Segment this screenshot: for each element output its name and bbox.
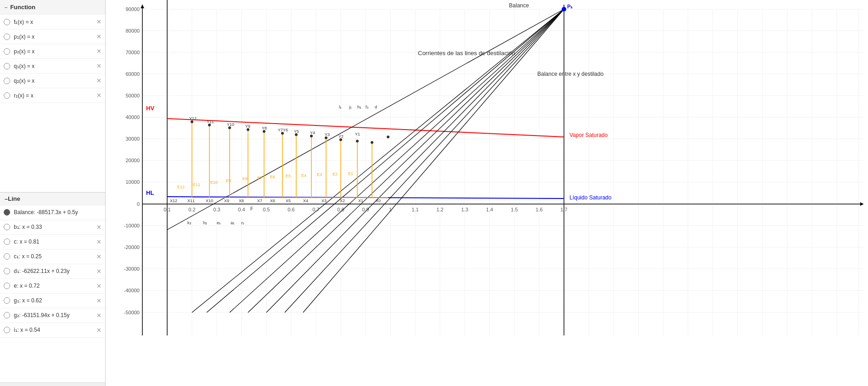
close-q1[interactable]: ✕ — [96, 62, 101, 69]
close-d1[interactable]: ✕ — [96, 268, 101, 275]
svg-text:E7: E7 — [257, 176, 262, 180]
function-header-label: Function — [10, 4, 35, 11]
svg-rect-0 — [106, 0, 868, 386]
radio-f2[interactable] — [4, 19, 10, 25]
radio-i1[interactable] — [4, 327, 10, 333]
svg-text:1.5: 1.5 — [511, 207, 518, 212]
close-e[interactable]: ✕ — [96, 283, 101, 290]
svg-text:X10: X10 — [206, 199, 213, 203]
close-g2[interactable]: ✕ — [96, 312, 101, 319]
function-item-q1[interactable]: q₁(x) = x ✕ — [0, 59, 105, 74]
close-f2[interactable]: ✕ — [96, 18, 101, 25]
line-item-d1[interactable]: d₁: -62622.11x + 0.23y ✕ — [0, 264, 105, 279]
svg-text:0.6: 0.6 — [287, 207, 294, 212]
svg-text:X8: X8 — [239, 199, 244, 203]
line-item-g2[interactable]: g₂: -63151.94x + 0.15y ✕ — [0, 308, 105, 323]
line-item-c[interactable]: c: x = 0.81 ✕ — [0, 235, 105, 250]
svg-text:d: d — [375, 105, 377, 109]
function-item-f2[interactable]: f₂(x) = x ✕ — [0, 15, 105, 29]
function-item-p2[interactable]: p₂(x) = x ✕ — [0, 44, 105, 59]
svg-text:X9: X9 — [224, 199, 229, 203]
svg-text:k₂: k₂ — [187, 221, 192, 225]
svg-text:Y10: Y10 — [227, 122, 234, 127]
close-c[interactable]: ✕ — [96, 238, 101, 245]
line-label-d1: d₁: -62622.11x + 0.23y — [14, 268, 95, 274]
radio-p2[interactable] — [4, 48, 10, 55]
left-panel: – Function f₂(x) = x ✕ p₁(x) = x ✕ p₂(x)… — [0, 0, 106, 386]
close-b1[interactable]: ✕ — [96, 224, 101, 231]
svg-text:80000: 80000 — [125, 28, 140, 34]
svg-text:0.5: 0.5 — [263, 207, 270, 212]
svg-text:1.6: 1.6 — [535, 207, 542, 212]
close-p2[interactable]: ✕ — [96, 48, 101, 55]
line-item-g1[interactable]: g₁: x = 0.62 ✕ — [0, 294, 105, 308]
corrientes-label: Corrientes de las lines de destilación — [418, 50, 515, 57]
function-item-r2[interactable]: r₂(x) = x ✕ — [0, 88, 105, 103]
line-item-b1[interactable]: b₁: x = 0.33 ✕ — [0, 220, 105, 235]
close-p1[interactable]: ✕ — [96, 33, 101, 40]
svg-text:E2: E2 — [333, 172, 338, 176]
function-section-header: – Function — [0, 0, 105, 15]
radio-c[interactable] — [4, 238, 10, 245]
radio-d1[interactable] — [4, 268, 10, 274]
line-item-balance[interactable]: Balance: -88517.3x + 0.5y — [0, 205, 105, 220]
svg-text:0.2: 0.2 — [188, 207, 195, 212]
close-q2[interactable]: ✕ — [96, 77, 101, 84]
close-g1[interactable]: ✕ — [96, 297, 101, 304]
line-label-c1: c₁: x = 0.25 — [14, 253, 95, 260]
close-i1[interactable]: ✕ — [96, 327, 101, 334]
horizontal-scrollbar[interactable] — [0, 382, 105, 386]
svg-text:Y8: Y8 — [262, 126, 267, 131]
svg-text:1.2: 1.2 — [436, 207, 443, 212]
chart-svg: 90000 80000 70000 60000 50000 40000 3000… — [106, 0, 868, 386]
function-list: f₂(x) = x ✕ p₁(x) = x ✕ p₂(x) = x ✕ q₁(x… — [0, 15, 105, 192]
radio-g2[interactable] — [4, 312, 10, 318]
svg-text:E5: E5 — [286, 174, 291, 178]
radio-q2[interactable] — [4, 78, 10, 84]
svg-text:1.1: 1.1 — [411, 207, 418, 212]
function-item-q2[interactable]: q₂(x) = x ✕ — [0, 74, 105, 88]
svg-text:30000: 30000 — [125, 136, 140, 142]
svg-text:-30000: -30000 — [124, 266, 140, 272]
svg-text:E9: E9 — [226, 178, 231, 183]
svg-text:60000: 60000 — [125, 71, 140, 77]
radio-q1[interactable] — [4, 63, 10, 69]
svg-text:0.3: 0.3 — [213, 207, 220, 212]
line-header-label: Line — [8, 195, 20, 202]
function-label-q2: q₂(x) = x — [14, 78, 95, 84]
function-label-r2: r₂(x) = x — [14, 92, 95, 99]
hl-label: HL — [146, 189, 154, 196]
line-item-i1[interactable]: i₁: x = 0.54 ✕ — [0, 323, 105, 338]
svg-point-128 — [356, 140, 359, 142]
close-c1[interactable]: ✕ — [96, 253, 101, 260]
svg-text:h₂: h₂ — [203, 221, 207, 225]
function-label-p2: p₂(x) = x — [14, 48, 95, 55]
line-label-balance: Balance: -88517.3x + 0.5y — [14, 209, 101, 216]
function-item-p1[interactable]: p₁(x) = x ✕ — [0, 29, 105, 44]
radio-b1[interactable] — [4, 224, 10, 230]
collapse-icon[interactable]: – — [5, 5, 7, 10]
svg-text:-20000: -20000 — [124, 244, 140, 250]
radio-balance[interactable] — [4, 209, 10, 216]
close-r2[interactable]: ✕ — [96, 92, 101, 99]
line-label-e: e: x = 0.72 — [14, 283, 95, 289]
line-item-c1[interactable]: c₁: x = 0.25 ✕ — [0, 250, 105, 264]
svg-text:r₁: r₁ — [241, 221, 244, 225]
svg-text:X0: X0 — [376, 199, 381, 203]
radio-r2[interactable] — [4, 92, 10, 99]
radio-c1[interactable] — [4, 253, 10, 260]
svg-text:l₁: l₁ — [339, 105, 342, 109]
vapor-saturado-label: Vapor Saturado — [569, 132, 608, 138]
radio-p1[interactable] — [4, 34, 10, 40]
svg-text:X1: X1 — [358, 199, 363, 203]
radio-g1[interactable] — [4, 297, 10, 304]
line-label-c: c: x = 0.81 — [14, 238, 95, 245]
radio-e[interactable] — [4, 283, 10, 289]
svg-text:Y2: Y2 — [338, 134, 344, 139]
svg-text:E8: E8 — [242, 176, 248, 181]
hv-label: HV — [146, 105, 154, 112]
line-item-e[interactable]: e: x = 0.72 ✕ — [0, 279, 105, 294]
line-label-i1: i₁: x = 0.54 — [14, 327, 95, 333]
line-collapse-icon[interactable]: – — [5, 195, 8, 202]
svg-text:X3: X3 — [321, 199, 327, 203]
